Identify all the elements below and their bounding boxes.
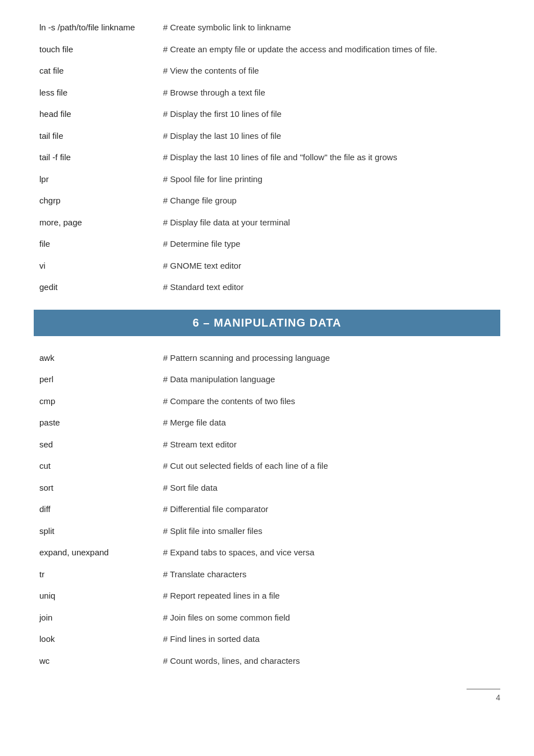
table-row: look # Find lines in sorted data	[34, 628, 500, 650]
section-header: 6 – MANIPULATING DATA	[34, 310, 500, 336]
command-cell: gedit	[34, 277, 157, 298]
table-row: tail -f file # Display the last 10 lines…	[34, 147, 500, 169]
command-cell: cut	[34, 455, 157, 477]
command-cell: head file	[34, 103, 157, 125]
command-cell: awk	[34, 347, 157, 369]
table-row: tr # Translate characters	[34, 564, 500, 586]
description-cell: # Count words, lines, and characters	[157, 650, 500, 672]
command-cell: less file	[34, 82, 157, 104]
command-cell: sed	[34, 434, 157, 456]
table-row: cut # Cut out selected fields of each li…	[34, 455, 500, 477]
table-row: uniq # Report repeated lines in a file	[34, 585, 500, 607]
command-cell: touch file	[34, 39, 157, 61]
command-cell: more, page	[34, 212, 157, 234]
description-cell: # Cut out selected fields of each line o…	[157, 455, 500, 477]
table-row: lpr # Spool file for line printing	[34, 169, 500, 191]
command-cell: tail file	[34, 125, 157, 147]
table-row: awk # Pattern scanning and processing la…	[34, 347, 500, 369]
table-row: join # Join files on some common field	[34, 607, 500, 629]
command-cell: wc	[34, 650, 157, 672]
table-row: chgrp # Change file group	[34, 190, 500, 212]
table-row: ln -s /path/to/file linkname # Create sy…	[34, 17, 500, 39]
description-cell: # Find lines in sorted data	[157, 628, 500, 650]
top-command-table: ln -s /path/to/file linkname # Create sy…	[34, 17, 500, 298]
bottom-command-table: awk # Pattern scanning and processing la…	[34, 347, 500, 672]
description-cell: # Determine file type	[157, 233, 500, 255]
command-cell: chgrp	[34, 190, 157, 212]
table-row: file # Determine file type	[34, 233, 500, 255]
command-cell: file	[34, 233, 157, 255]
table-row: cmp # Compare the contents of two files	[34, 391, 500, 413]
section-number: 6	[193, 316, 200, 329]
description-cell: # Differential file comparator	[157, 499, 500, 520]
description-cell: # View the contents of file	[157, 60, 500, 82]
description-cell: # Standard text editor	[157, 277, 500, 298]
table-row: vi # GNOME text editor	[34, 255, 500, 277]
description-cell: # Data manipulation language	[157, 369, 500, 391]
description-cell: # Translate characters	[157, 564, 500, 586]
command-cell: join	[34, 607, 157, 629]
description-cell: # Compare the contents of two files	[157, 391, 500, 413]
description-cell: # Create symbolic link to linkname	[157, 17, 500, 39]
command-cell: perl	[34, 369, 157, 391]
description-cell: # Create an empty file or update the acc…	[157, 39, 500, 61]
description-cell: # Expand tabs to spaces, and vice versa	[157, 542, 500, 564]
command-cell: uniq	[34, 585, 157, 607]
table-row: cat file # View the contents of file	[34, 60, 500, 82]
command-cell: expand, unexpand	[34, 542, 157, 564]
command-cell: diff	[34, 499, 157, 520]
table-row: split # Split file into smaller files	[34, 520, 500, 542]
command-cell: cat file	[34, 60, 157, 82]
description-cell: # Stream text editor	[157, 434, 500, 456]
table-row: expand, unexpand # Expand tabs to spaces…	[34, 542, 500, 564]
description-cell: # GNOME text editor	[157, 255, 500, 277]
description-cell: # Browse through a text file	[157, 82, 500, 104]
table-row: tail file # Display the last 10 lines of…	[34, 125, 500, 147]
table-row: diff # Differential file comparator	[34, 499, 500, 520]
table-row: more, page # Display file data at your t…	[34, 212, 500, 234]
description-cell: # Spool file for line printing	[157, 169, 500, 191]
command-cell: look	[34, 628, 157, 650]
description-cell: # Display the first 10 lines of file	[157, 103, 500, 125]
description-cell: # Report repeated lines in a file	[157, 585, 500, 607]
command-cell: tail -f file	[34, 147, 157, 169]
section-separator: –	[203, 316, 214, 329]
description-cell: # Merge file data	[157, 412, 500, 434]
description-cell: # Join files on some common field	[157, 607, 500, 629]
description-cell: # Split file into smaller files	[157, 520, 500, 542]
description-cell: # Display the last 10 lines of file	[157, 125, 500, 147]
table-row: less file # Browse through a text file	[34, 82, 500, 104]
table-row: gedit # Standard text editor	[34, 277, 500, 298]
command-cell: split	[34, 520, 157, 542]
description-cell: # Sort file data	[157, 477, 500, 499]
command-cell: paste	[34, 412, 157, 434]
table-row: sed # Stream text editor	[34, 434, 500, 456]
section-title: MANIPULATING DATA	[214, 316, 341, 329]
table-row: touch file # Create an empty file or upd…	[34, 39, 500, 61]
description-cell: # Change file group	[157, 190, 500, 212]
description-cell: # Pattern scanning and processing langua…	[157, 347, 500, 369]
command-cell: vi	[34, 255, 157, 277]
command-cell: ln -s /path/to/file linkname	[34, 17, 157, 39]
table-row: paste # Merge file data	[34, 412, 500, 434]
command-cell: tr	[34, 564, 157, 586]
command-cell: sort	[34, 477, 157, 499]
description-cell: # Display file data at your terminal	[157, 212, 500, 234]
description-cell: # Display the last 10 lines of file and …	[157, 147, 500, 169]
command-cell: cmp	[34, 391, 157, 413]
table-row: sort # Sort file data	[34, 477, 500, 499]
table-row: head file # Display the first 10 lines o…	[34, 103, 500, 125]
command-cell: lpr	[34, 169, 157, 191]
page-number: 4	[467, 689, 500, 702]
table-row: wc # Count words, lines, and characters	[34, 650, 500, 672]
table-row: perl # Data manipulation language	[34, 369, 500, 391]
